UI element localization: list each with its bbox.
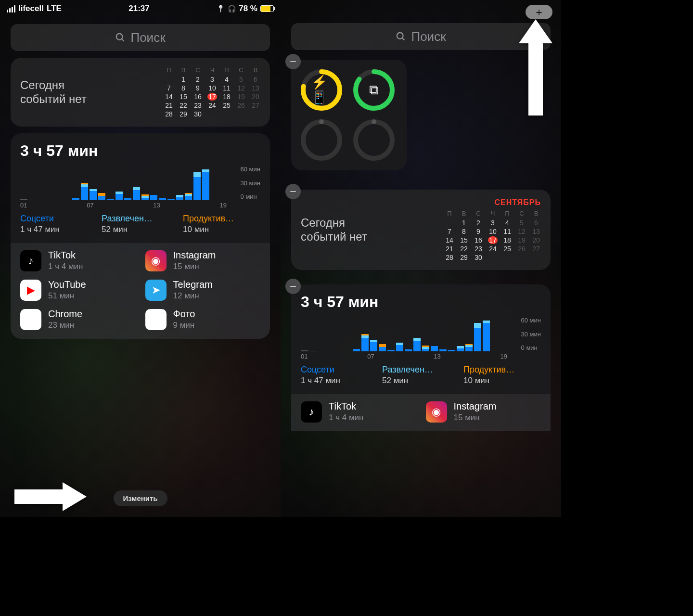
app-row[interactable]: ♪TikTok1 ч 4 мин (20, 250, 136, 271)
app-time: 15 мин (454, 413, 497, 423)
chrome-icon: ◎ (20, 309, 41, 330)
calendar-grid: ПВСЧПСВ 12345678910111213141516171819202… (164, 66, 260, 118)
svg-line-1 (122, 39, 124, 41)
screentime-chart: 60 мин30 мин0 мин 01071319 (20, 166, 260, 209)
search-icon (115, 32, 126, 43)
search-icon (396, 31, 406, 42)
ig-icon: ◉ (426, 401, 447, 423)
app-time: 1 ч 4 мин (329, 413, 364, 423)
svg-point-9 (303, 122, 340, 158)
app-name: TikTok (329, 401, 364, 412)
add-widget-button[interactable]: ＋ (526, 5, 552, 19)
app-row[interactable]: ▶YouTube51 мин (20, 279, 136, 301)
app-time: 15 мин (173, 262, 216, 271)
tg-icon: ➤ (145, 280, 167, 301)
category-name: Соцсети (20, 214, 98, 224)
network: LTE (47, 4, 62, 13)
calendar-grid: СЕНТЯБРЬ ПВСЧПСВ 12345678910111213141516… (445, 198, 541, 261)
search-placeholder: Поиск (130, 30, 165, 45)
svg-marker-13 (519, 19, 552, 116)
category-name: Развлечен… (382, 365, 460, 375)
search-field[interactable]: Поиск (291, 23, 551, 50)
screentime-widget[interactable]: − 3 ч 57 мин 60 мин30 мин0 мин 01071319 … (291, 284, 551, 394)
phone-right: ＋ Поиск − ⚡📱⧉ − Сегоднясобытий нет СЕНТЯ… (281, 0, 561, 517)
yt-icon: ▶ (20, 280, 41, 301)
screentime-apps: ♪TikTok1 ч 4 мин◉Instagram15 мин (291, 394, 551, 431)
status-bar: lifecell LTE 21:37 78 % ⚡ (0, 0, 281, 17)
battery-ring: ⚡📱 (300, 68, 343, 112)
battery-icon: ⚡ (260, 5, 274, 12)
phone-left: lifecell LTE 21:37 78 % ⚡ Поиск Сегодняс… (0, 0, 281, 517)
app-name: YouTube (48, 279, 86, 290)
category-name: Соцсети (301, 365, 378, 375)
app-name: Instagram (454, 401, 497, 412)
svg-point-0 (116, 34, 123, 40)
screentime-chart: 60 мин30 мин0 мин 01071319 (301, 317, 541, 360)
calendar-empty-text: Сегоднясобытий нет (20, 78, 155, 106)
app-row[interactable]: ❀Фото9 мин (145, 308, 261, 330)
category-time: 10 мин (463, 376, 541, 385)
screentime-total: 3 ч 57 мин (301, 293, 541, 311)
carrier: lifecell (18, 4, 44, 13)
app-time: 1 ч 4 мин (48, 262, 83, 271)
app-name: Chrome (48, 308, 82, 320)
app-time: 9 мин (173, 321, 195, 330)
svg-point-11 (356, 122, 392, 158)
remove-widget-button[interactable]: − (285, 54, 301, 69)
category-time: 52 мин (382, 376, 460, 385)
category-time: 10 мин (183, 225, 260, 234)
category-name: Продуктив… (183, 214, 260, 224)
app-row[interactable]: ♪TikTok1 ч 4 мин (301, 401, 416, 423)
app-name: Фото (173, 308, 195, 320)
app-row[interactable]: ➤Telegram12 мин (145, 279, 261, 301)
app-name: Instagram (173, 250, 216, 261)
headphones-icon (228, 4, 236, 13)
category-time: 1 ч 47 мин (20, 225, 98, 234)
app-row[interactable]: ◉Instagram15 мин (145, 250, 261, 271)
screentime-widget[interactable]: 3 ч 57 мин 60 мин30 мин0 мин 01071319 Со… (11, 133, 270, 243)
clock: 21:37 (128, 4, 149, 13)
app-row[interactable]: ◉Instagram15 мин (426, 401, 541, 423)
tiktok-icon: ♪ (301, 401, 322, 423)
svg-marker-2 (14, 482, 87, 511)
screentime-apps: ♪TikTok1 ч 4 мин◉Instagram15 мин▶YouTube… (11, 243, 270, 339)
battery-ring (300, 118, 343, 162)
photos-icon: ❀ (145, 309, 167, 330)
app-time: 12 мин (173, 291, 213, 301)
calendar-widget[interactable]: Сегоднясобытий нет ПВСЧПСВ 1234567891011… (11, 58, 270, 127)
category-name: Продуктив… (463, 365, 541, 375)
battery-widget[interactable]: − ⚡📱⧉ (291, 60, 407, 170)
location-icon (217, 4, 225, 13)
category-name: Развлечен… (102, 214, 179, 224)
remove-widget-button[interactable]: − (285, 279, 301, 294)
tiktok-icon: ♪ (20, 250, 41, 271)
battery-pct: 78 % (239, 4, 257, 13)
annotation-arrow-edit (14, 482, 87, 511)
calendar-widget[interactable]: − Сегоднясобытий нет СЕНТЯБРЬ ПВСЧПСВ 12… (291, 190, 551, 270)
signal-icon (7, 5, 15, 13)
search-placeholder: Поиск (411, 29, 446, 44)
app-time: 51 мин (48, 291, 86, 301)
app-name: TikTok (48, 250, 83, 261)
remove-widget-button[interactable]: − (285, 184, 301, 199)
app-time: 23 мин (48, 321, 82, 330)
battery-ring (352, 118, 396, 162)
category-time: 52 мин (102, 225, 179, 234)
category-time: 1 ч 47 мин (301, 376, 378, 385)
edit-button[interactable]: Изменить (113, 490, 167, 506)
screentime-total: 3 ч 57 мин (20, 142, 260, 160)
app-name: Telegram (173, 279, 213, 290)
svg-line-4 (402, 38, 405, 40)
battery-ring: ⧉ (352, 68, 396, 112)
ig-icon: ◉ (145, 250, 167, 271)
calendar-month: СЕНТЯБРЬ (445, 198, 541, 207)
app-row[interactable]: ◎Chrome23 мин (20, 308, 136, 330)
calendar-empty-text: Сегоднясобытий нет (301, 216, 436, 244)
search-field[interactable]: Поиск (11, 24, 270, 51)
svg-point-3 (397, 33, 403, 39)
annotation-arrow-add (519, 19, 552, 116)
